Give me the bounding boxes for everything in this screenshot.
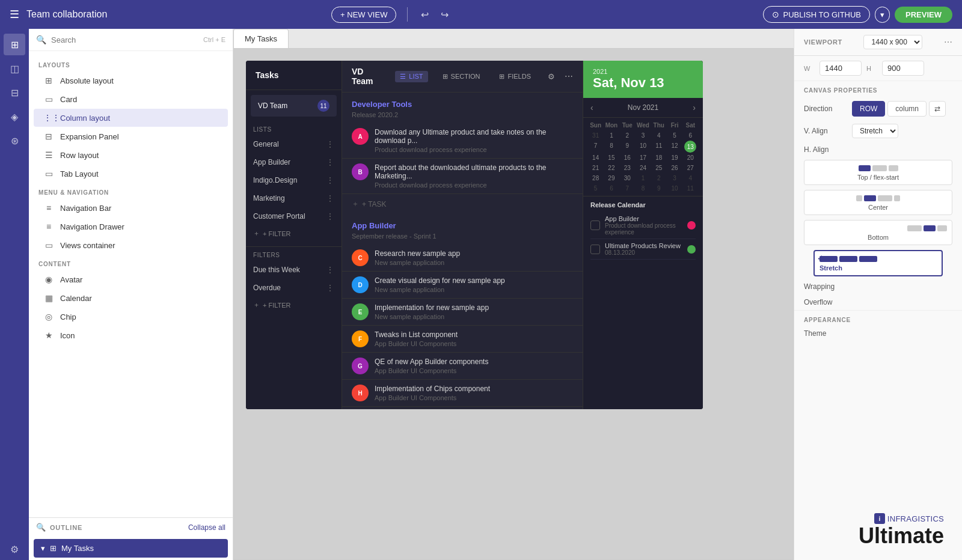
task-item-1[interactable]: B Report about the downloaded ultimate p… (342, 159, 583, 194)
cal-cell[interactable]: 5 (588, 183, 603, 193)
cal-cell[interactable]: 16 (620, 153, 635, 163)
add-task-button-1[interactable]: ＋+ TASK (342, 194, 583, 214)
panel-item-tab-layout[interactable]: ▭ Tab Layout (34, 165, 228, 183)
cal-cell[interactable]: 1 (604, 130, 619, 141)
viewport-more-icon[interactable]: ⋯ (944, 37, 952, 47)
list-item-more-icon[interactable]: ⋮ (326, 193, 334, 203)
cal-cell[interactable]: 10 (667, 183, 682, 193)
release-checkbox[interactable] (590, 221, 600, 230)
cal-cell[interactable]: 5 (667, 130, 682, 141)
release-checkbox[interactable] (590, 245, 600, 254)
list-item-more-icon[interactable]: ⋮ (326, 157, 334, 167)
cal-cell[interactable]: 4 (683, 173, 698, 183)
cal-cell[interactable]: 9 (620, 141, 635, 153)
halign-option-stretch[interactable]: ✓ Stretch (813, 250, 943, 276)
cal-cell[interactable]: 8 (636, 183, 651, 193)
cal-cell[interactable]: 7 (588, 141, 603, 153)
redo-button[interactable]: ↪ (438, 7, 451, 23)
task-item-3[interactable]: D Create visual design for new sample ap… (342, 272, 583, 299)
cal-cell[interactable]: 29 (604, 173, 619, 183)
panel-item-row-layout[interactable]: ☰ Row layout (34, 146, 228, 164)
cal-cell[interactable]: 2 (651, 173, 666, 183)
list-item-general[interactable]: General ⋮ (246, 135, 342, 153)
task-item-5[interactable]: F Tweaks in List component App Builder U… (342, 326, 583, 353)
cal-cell[interactable]: 30 (620, 173, 635, 183)
cal-cell[interactable]: 22 (604, 163, 619, 173)
calendar-next-btn[interactable]: › (693, 103, 696, 112)
panel-item-absolute-layout[interactable]: ⊞ Absolute layout (34, 72, 228, 90)
list-item-customer-portal[interactable]: Customer Portal ⋮ (246, 207, 342, 225)
task-item-2[interactable]: C Research new sample app New sample app… (342, 245, 583, 272)
panel-item-avatar[interactable]: ◉ Avatar (34, 270, 228, 288)
cal-cell[interactable]: 24 (636, 163, 651, 173)
outline-my-tasks[interactable]: ▾ ⊞ My Tasks (34, 539, 228, 558)
cal-cell[interactable]: 10 (636, 141, 651, 153)
sidebar-icon-assets[interactable]: ◈ (4, 106, 25, 127)
filter-due-this-week[interactable]: Due this Week ⋮ (246, 261, 342, 279)
cal-cell[interactable]: 17 (636, 153, 651, 163)
panel-item-navigation-drawer[interactable]: ≡ Navigation Drawer (34, 218, 228, 236)
task-item-7[interactable]: H Implementation of Chips component App … (342, 380, 583, 407)
cal-today[interactable]: 13 (684, 141, 696, 153)
undo-button[interactable]: ↩ (418, 7, 431, 23)
filter-icon[interactable]: ⚙ (548, 72, 555, 81)
cal-cell[interactable]: 3 (667, 173, 682, 183)
menu-icon[interactable]: ☰ (10, 8, 19, 21)
collapse-all-button[interactable]: Collapse all (188, 523, 225, 532)
direction-column-button[interactable]: column (887, 101, 927, 117)
cal-cell[interactable]: 28 (588, 173, 603, 183)
filter-overdue[interactable]: Overdue ⋮ (246, 279, 342, 297)
list-item-more-icon[interactable]: ⋮ (326, 212, 334, 221)
list-item-marketing[interactable]: Marketing ⋮ (246, 189, 342, 207)
halign-option-top[interactable]: Top / flex-start (804, 160, 952, 185)
cal-cell[interactable]: 25 (651, 163, 666, 173)
filter-button-1[interactable]: ＋+ FILTER (246, 225, 342, 242)
cal-cell[interactable]: 31 (588, 130, 603, 141)
filter-more-icon[interactable]: ⋮ (326, 283, 334, 293)
panel-item-column-layout[interactable]: ⋮⋮ Column layout (34, 109, 228, 127)
list-item-indigo-design[interactable]: Indigo.Design ⋮ (246, 171, 342, 189)
task-item-0[interactable]: A Download any Ultimate product and take… (342, 123, 583, 159)
cal-cell[interactable]: 21 (588, 163, 603, 173)
view-fields-btn[interactable]: ⊞FIELDS (494, 71, 536, 82)
halign-option-center[interactable]: Center (804, 190, 952, 215)
cal-cell[interactable]: 7 (620, 183, 635, 193)
new-view-button[interactable]: + NEW VIEW (331, 7, 396, 23)
panel-item-chip[interactable]: ◎ Chip (34, 308, 228, 326)
cal-cell[interactable]: 3 (636, 130, 651, 141)
canvas-tab-my-tasks[interactable]: My Tasks (233, 29, 289, 48)
panel-item-calendar[interactable]: ▦ Calendar (34, 289, 228, 307)
direction-row-button[interactable]: ROW (852, 101, 885, 117)
add-task-button-2[interactable]: ＋+ TASK (342, 407, 583, 409)
task-item-6[interactable]: G QE of new App Builder components App B… (342, 353, 583, 380)
cal-cell[interactable]: 18 (651, 153, 666, 163)
width-input[interactable] (820, 61, 862, 76)
cal-cell[interactable]: 2 (620, 130, 635, 141)
task-item-4[interactable]: E Implementation for new sample app New … (342, 299, 583, 326)
direction-swap-button[interactable]: ⇄ (929, 101, 946, 117)
cal-cell[interactable]: 6 (604, 183, 619, 193)
halign-option-bottom[interactable]: Bottom (804, 220, 952, 245)
sidebar-icon-palette[interactable]: ⊛ (4, 130, 25, 151)
publish-button[interactable]: ⊙ PUBLISH TO GITHUB (763, 6, 870, 23)
cal-cell[interactable]: 19 (667, 153, 682, 163)
preview-button[interactable]: PREVIEW (895, 7, 952, 23)
view-list-btn[interactable]: ☰LIST (395, 71, 427, 82)
cal-cell[interactable]: 4 (651, 130, 666, 141)
sidebar-icon-components[interactable]: ⊟ (4, 82, 25, 103)
vd-team-badge[interactable]: VD Team 11 (251, 95, 337, 117)
cal-cell[interactable]: 27 (683, 163, 698, 173)
cal-cell[interactable]: 23 (620, 163, 635, 173)
filter-button-2[interactable]: ＋+ FILTER (246, 297, 342, 313)
cal-cell[interactable]: 15 (604, 153, 619, 163)
list-item-app-builder[interactable]: App Builder ⋮ (246, 153, 342, 171)
publish-caret-button[interactable]: ▾ (875, 7, 890, 23)
list-item-more-icon[interactable]: ⋮ (326, 139, 334, 149)
view-section-btn[interactable]: ⊞SECTION (438, 71, 485, 82)
cal-cell[interactable]: 12 (667, 141, 682, 153)
sidebar-icon-layers[interactable]: ◫ (4, 58, 25, 79)
cal-cell[interactable]: 26 (667, 163, 682, 173)
panel-item-icon[interactable]: ★ Icon (34, 326, 228, 344)
height-input[interactable] (882, 61, 924, 76)
cal-cell[interactable]: 8 (604, 141, 619, 153)
